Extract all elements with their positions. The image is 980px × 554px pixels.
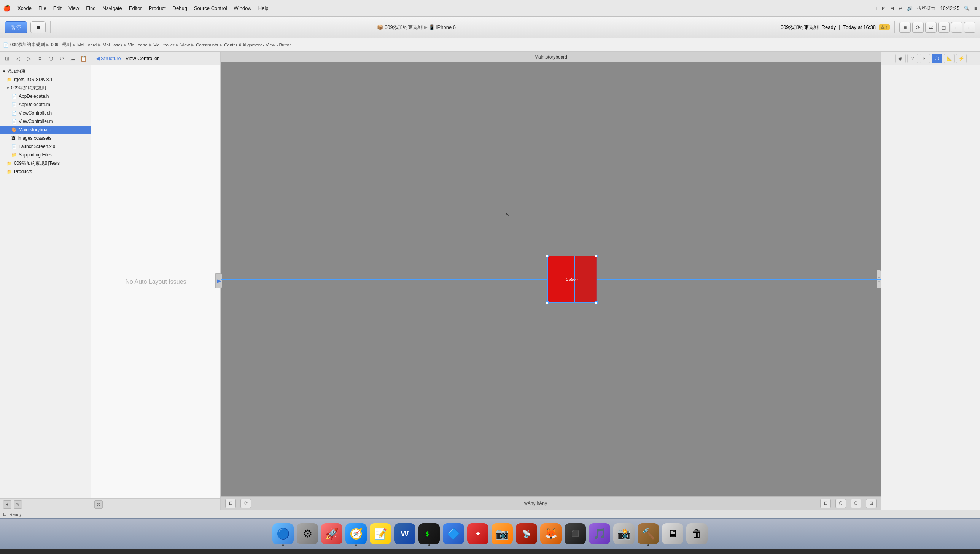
bc-controller[interactable]: Vie...troller (154, 43, 175, 47)
sidebar-nav-cycle[interactable]: ↩ (57, 54, 66, 63)
sidebar-nav-back[interactable]: ◁ (14, 54, 23, 63)
view-mode-btn-2[interactable]: ⟳ (912, 22, 924, 33)
dock-app5[interactable]: 🎵 (589, 523, 610, 544)
layout-btn-1[interactable]: ◻ (938, 22, 950, 33)
canvas-size-btn-1[interactable]: ⬡ (835, 499, 846, 508)
dock-xcode[interactable]: 🔨 (638, 523, 659, 544)
bc-storyboard[interactable]: Mai...oard (77, 43, 97, 47)
menu-product[interactable]: Product (149, 5, 166, 11)
sidebar-nav-cloud[interactable]: ☁ (68, 54, 77, 63)
sidebar-nav-grid[interactable]: ⊞ (3, 54, 12, 63)
stop-button[interactable]: ◼ (30, 21, 46, 33)
dock-finder[interactable]: 🔵 (272, 523, 294, 544)
menu-file[interactable]: File (38, 5, 46, 11)
canvas-size-btn-3[interactable]: ⊡ (866, 499, 877, 508)
menu-source-control[interactable]: Source Control (194, 5, 227, 11)
sidebar-item-project[interactable]: ▾ 009添加约束规则 (0, 84, 91, 92)
search-icon[interactable]: 🔍 (964, 6, 970, 11)
layout-btn-2[interactable]: ▭ (951, 22, 963, 33)
canvas-zoom-fit-btn[interactable]: ⊡ (820, 499, 831, 508)
dock-app1[interactable]: 🔷 (443, 523, 464, 544)
bc-scene[interactable]: Vie...cene (128, 43, 148, 47)
sidebar-item-main-storyboard[interactable]: 🎨 Main.storyboard (0, 126, 91, 134)
sidebar-item-viewcontroller-h[interactable]: 📄 ViewController.h (0, 109, 91, 117)
inspector-connections-btn[interactable]: ⚡ (956, 54, 967, 63)
panel-expand-btn[interactable]: ▶ (215, 273, 222, 288)
sidebar-item-products[interactable]: 📁 Products (0, 167, 91, 176)
button-container[interactable]: Button (547, 256, 597, 303)
dock-safari[interactable]: 🧭 (345, 523, 367, 544)
list-icon[interactable]: ≡ (974, 6, 977, 11)
dock-trash[interactable]: 🗑 (686, 523, 708, 544)
structure-filter-btn[interactable]: ⊙ (94, 500, 103, 509)
volume-icon[interactable]: 🔊 (907, 6, 913, 11)
dock-preview[interactable]: 📸 (613, 523, 635, 544)
sidebar-nav-hex[interactable]: ⬡ (47, 54, 56, 63)
dock-facetime[interactable]: 📷 (492, 523, 513, 544)
warning-badge[interactable]: ⚠ 1 (879, 24, 890, 30)
sidebar-add-btn[interactable]: + (3, 500, 11, 509)
sidebar-nav-list[interactable]: ≡ (36, 54, 45, 63)
sidebar-item-targets[interactable]: 📁 rgets, iOS SDK 8.1 (0, 75, 91, 84)
sidebar-item-tests[interactable]: 📁 009添加约束规则Tests (0, 159, 91, 167)
bc-scene-base[interactable]: Mai...ase) (103, 43, 122, 47)
dock-app6[interactable]: 🖥 (662, 523, 683, 544)
dock-terminal[interactable]: $_ (418, 523, 440, 544)
sidebar-item-launchscreen[interactable]: 📄 LaunchScreen.xib (0, 142, 91, 151)
menu-find[interactable]: Find (86, 5, 95, 11)
dock-filezilla[interactable]: 📡 (516, 523, 537, 544)
dock-app3[interactable]: 🦊 (540, 523, 562, 544)
dock-word[interactable]: W (394, 523, 415, 544)
inspector-quick-help-btn[interactable]: ? (907, 54, 918, 63)
dock-launchpad[interactable]: 🚀 (321, 523, 342, 544)
bc-root[interactable]: 009添加约束规则 (10, 42, 45, 48)
bc-center-x[interactable]: Center X Alignment - View - Button (224, 43, 292, 47)
menu-edit[interactable]: Edit (53, 5, 62, 11)
grid-icon[interactable]: ⊞ (890, 6, 894, 11)
menu-editor[interactable]: Editor (129, 5, 142, 11)
input-method[interactable]: 搜狗拼音 (917, 5, 935, 11)
canvas-structure-btn[interactable]: ⊞ (225, 499, 236, 508)
bc-device-name[interactable]: iPhone 6 (436, 24, 456, 30)
menu-help[interactable]: Help (258, 5, 269, 11)
canvas-refresh-btn[interactable]: ⟳ (240, 499, 251, 508)
sidebar-item-appdelegate-m[interactable]: 📄 AppDelegate.m (0, 100, 91, 109)
inspector-attributes-btn[interactable]: ⬡ (932, 54, 942, 63)
inspector-identity-btn[interactable]: ⊡ (920, 54, 930, 63)
plus-icon[interactable]: + (875, 6, 877, 11)
sidebar-item-viewcontroller-m[interactable]: 📄 ViewController.m (0, 117, 91, 126)
layout-btn-3[interactable]: ▭ (964, 22, 975, 33)
bc-folder[interactable]: 009···规则 (51, 42, 71, 48)
structure-back-btn[interactable]: ◀ Structure (96, 56, 121, 61)
sidebar-nav-clip[interactable]: 📋 (79, 54, 88, 63)
dock-notes[interactable]: 📝 (370, 523, 391, 544)
sidebar-nav-forward[interactable]: ▷ (25, 54, 33, 63)
sidebar-products-label: Products (14, 169, 32, 174)
inspector-file-btn[interactable]: ◉ (895, 54, 906, 63)
run-button[interactable]: 暂停 (5, 21, 27, 33)
sidebar-item-images[interactable]: 🖼 Images.xcassets (0, 134, 91, 142)
view-mode-btn-1[interactable]: ≡ (899, 22, 911, 33)
menu-window[interactable]: Window (234, 5, 251, 11)
canvas-size-btn-2[interactable]: ⬡ (851, 499, 861, 508)
sidebar-item-appdelegate-h[interactable]: 📄 AppDelegate.h (0, 92, 91, 100)
sidebar-edit-btn[interactable]: ✎ (14, 500, 22, 509)
bc-constraints[interactable]: Constraints (196, 43, 218, 47)
bc-view[interactable]: View (180, 43, 190, 47)
inspector-size-btn[interactable]: 📐 (944, 54, 955, 63)
dock-system-prefs[interactable]: ⚙ (297, 523, 318, 544)
menu-xcode[interactable]: Xcode (18, 5, 32, 11)
menu-navigate[interactable]: Navigate (102, 5, 122, 11)
dock-app2[interactable]: ✦ (467, 523, 488, 544)
red-button-element[interactable]: Button (547, 256, 597, 303)
back-icon[interactable]: ↩ (899, 6, 902, 11)
menu-debug[interactable]: Debug (173, 5, 187, 11)
screen-icon[interactable]: ⊡ (882, 6, 886, 11)
view-mode-btn-3[interactable]: ⇄ (925, 22, 937, 33)
bc-project-name[interactable]: 009添加约束规则 (385, 24, 423, 31)
app5-icon: 🎵 (593, 527, 606, 540)
menu-view[interactable]: View (68, 5, 79, 11)
dock-app4[interactable]: ⬛ (565, 523, 586, 544)
apple-menu[interactable]: 🍎 (3, 5, 11, 12)
sidebar-item-supporting-files[interactable]: 📁 Supporting Files (0, 151, 91, 159)
